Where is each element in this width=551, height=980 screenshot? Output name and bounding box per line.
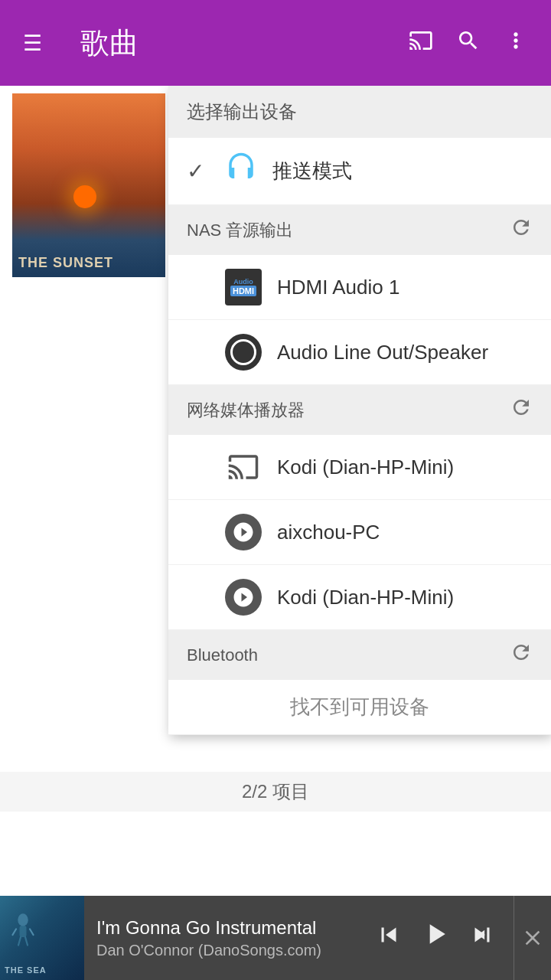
dropdown-item-no-devices: 找不到可用设备: [168, 680, 551, 735]
network-refresh-icon[interactable]: [510, 396, 533, 424]
hdmi-icon: Audio HDMI: [225, 269, 262, 305]
main-content: THE SUNSET En la Brisa 选择输出设备 ✓ 推送模式 NAS…: [0, 86, 551, 896]
dropdown-title: 选择输出设备: [168, 86, 551, 138]
album-art-text: THE SUNSET: [18, 255, 113, 271]
item-count: 2/2 项目: [242, 779, 309, 804]
kodi-icon-2: [225, 579, 262, 616]
dropdown-item-aixchou[interactable]: aixchou-PC: [168, 500, 551, 565]
diver-illustration: [11, 911, 34, 949]
bluetooth-refresh-icon[interactable]: [510, 641, 533, 669]
close-player-button[interactable]: [514, 896, 551, 980]
speaker-icon: [225, 334, 262, 371]
app-header: ☰ 歌曲: [0, 0, 551, 86]
aixchou-label: aixchou-PC: [277, 521, 380, 544]
svg-line-4: [18, 937, 21, 946]
kodi2-label: Kodi (Dian-HP-Mini): [277, 586, 454, 609]
status-bar: 2/2 项目: [0, 772, 551, 812]
page-title: 歌曲: [80, 24, 386, 63]
bluetooth-section-label: Bluetooth: [187, 645, 258, 665]
headphones-icon: [225, 152, 257, 191]
now-playing-album-art: THE SEA: [0, 896, 84, 980]
now-playing-art-label: THE SEA: [5, 965, 47, 975]
search-icon[interactable]: [448, 21, 488, 66]
now-playing-info: I'm Gonna Go Instrumental Dan O'Connor (…: [84, 917, 368, 959]
output-device-dropdown: 选择输出设备 ✓ 推送模式 NAS 音源输出 Aud: [168, 86, 551, 735]
dropdown-section-bluetooth: Bluetooth: [168, 630, 551, 680]
speaker-label: Audio Line Out/Speaker: [277, 341, 488, 364]
header-actions: [401, 21, 536, 66]
play-button[interactable]: [412, 911, 458, 965]
nas-refresh-icon[interactable]: [510, 216, 533, 244]
no-devices-label: 找不到可用设备: [290, 694, 429, 720]
dropdown-section-nas: NAS 音源输出: [168, 205, 551, 255]
selected-checkmark: ✓: [187, 158, 210, 184]
now-playing-artist: Dan O'Connor (DanoSongs.com): [96, 942, 356, 959]
network-section-label: 网络媒体播放器: [187, 399, 305, 422]
svg-line-2: [13, 929, 17, 936]
kodi-icon-1: [225, 514, 262, 550]
dropdown-item-kodi1[interactable]: Kodi (Dian-HP-Mini): [168, 435, 551, 500]
svg-point-0: [18, 913, 28, 926]
dropdown-item-push-mode[interactable]: ✓ 推送模式: [168, 138, 551, 205]
hdmi-label: HDMI Audio 1: [277, 276, 399, 299]
player-controls: [368, 911, 510, 965]
now-playing-bar[interactable]: THE SEA I'm Gonna Go Instrumental Dan O'…: [0, 896, 551, 980]
kodi1-label: Kodi (Dian-HP-Mini): [277, 456, 454, 479]
nas-section-label: NAS 音源输出: [187, 219, 293, 242]
svg-line-3: [30, 929, 34, 936]
dropdown-item-hdmi[interactable]: Audio HDMI HDMI Audio 1: [168, 255, 551, 320]
push-mode-label: 推送模式: [272, 158, 352, 185]
svg-line-5: [25, 937, 28, 946]
previous-button[interactable]: [368, 914, 409, 962]
now-playing-title: I'm Gonna Go Instrumental: [96, 917, 356, 939]
next-button[interactable]: [461, 914, 503, 962]
dropdown-section-network: 网络媒体播放器: [168, 385, 551, 435]
menu-icon[interactable]: ☰: [15, 23, 50, 64]
svg-rect-1: [20, 926, 27, 937]
album-art: THE SUNSET: [12, 93, 165, 277]
cast-icon[interactable]: [401, 21, 441, 66]
more-options-icon[interactable]: [496, 21, 536, 66]
dropdown-item-kodi2[interactable]: Kodi (Dian-HP-Mini): [168, 565, 551, 630]
cast-device-icon: [225, 449, 262, 485]
dropdown-item-speaker[interactable]: Audio Line Out/Speaker: [168, 320, 551, 385]
